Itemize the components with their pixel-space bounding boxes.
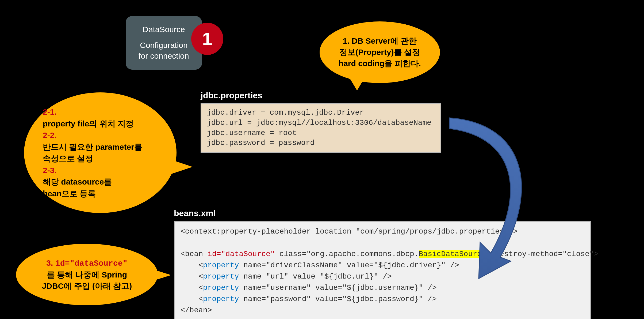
bx-prop4: property xyxy=(203,272,239,281)
bx-l5b: name="username" value="${jdbc.username}"… xyxy=(239,284,436,292)
bx-l2a: <bean xyxy=(181,250,208,258)
beans-xml-code: <context:property-placeholder location="… xyxy=(174,221,591,319)
bx-l2d: BasicDataSource xyxy=(419,250,486,258)
bx-prop3: property xyxy=(203,261,239,269)
bx-prop5: property xyxy=(203,284,239,292)
c3-line3: JDBC에 주입 (아래 참고) xyxy=(42,280,132,292)
beans-xml-title: beans.xml xyxy=(174,208,216,218)
c2-h2: 2-2. xyxy=(43,129,142,141)
ds-line2: Configuration xyxy=(140,40,187,51)
jdbc-properties-code: jdbc.driver = com.mysql.jdbc.Driver jdbc… xyxy=(201,103,441,153)
c3-line2: 를 통해 나중에 Spring xyxy=(42,269,132,280)
ds-line1: DataSource xyxy=(143,24,185,35)
bx-l6a: < xyxy=(181,295,203,303)
bx-l6b: name="password" value="${jdbc.password}"… xyxy=(239,295,436,303)
c2-l2a: 반드시 필요한 parameter를 xyxy=(43,141,142,153)
bx-l7: </bean> xyxy=(181,306,212,314)
callout1-line2: 정보(Property)를 설정 xyxy=(339,47,421,58)
callout1-line3: hard coding을 피한다. xyxy=(339,58,421,69)
bx-prop6: property xyxy=(203,295,239,303)
callout-step-3: 3. id="dataSource" 를 통해 나중에 Spring JDBC에… xyxy=(16,244,158,305)
bx-l1: <context:property-placeholder location="… xyxy=(181,227,518,236)
c2-l3a: 해당 datasource를 xyxy=(43,176,142,188)
callout-db-server-info: 1. DB Server에 관한 정보(Property)를 설정 hard c… xyxy=(320,21,440,83)
bx-l2c: class="org.apache.commons.dbcp. xyxy=(275,250,419,258)
c2-h3: 2-3. xyxy=(43,164,142,176)
bx-l5a: < xyxy=(181,284,203,292)
callout1-line1: 1. DB Server에 관한 xyxy=(339,35,421,47)
step-badge-1: 1 xyxy=(191,23,223,55)
bx-l3b: name="driverClassName" value="${jdbc.dri… xyxy=(239,261,459,269)
c2-l3b: bean으로 등록 xyxy=(43,188,142,200)
datasource-config-box: DataSource Configuration for connection xyxy=(126,16,202,70)
c3-prefix: 3. xyxy=(46,258,55,267)
c2-l1: property file의 위치 지정 xyxy=(43,118,142,130)
c2-l2b: 속성으로 설정 xyxy=(43,153,142,164)
c2-h1: 2-1. xyxy=(43,106,142,118)
c3-code: id="dataSource" xyxy=(55,259,128,268)
bx-l4a: < xyxy=(181,272,203,281)
bx-l2e: " destroy-method="close"> xyxy=(486,250,599,258)
ds-line3: for connection xyxy=(139,51,189,62)
bx-l4b: name="url" value="${jdbc.url}" /> xyxy=(239,272,392,281)
c3-line1: 3. id="dataSource" xyxy=(42,257,132,269)
bx-l2b: id="dataSource" xyxy=(208,250,275,258)
bx-l3a: < xyxy=(181,261,203,269)
jdbc-properties-title: jdbc.properties xyxy=(201,91,262,100)
callout-steps-2: 2-1. property file의 위치 지정 2-2. 반드시 필요한 p… xyxy=(24,92,177,213)
